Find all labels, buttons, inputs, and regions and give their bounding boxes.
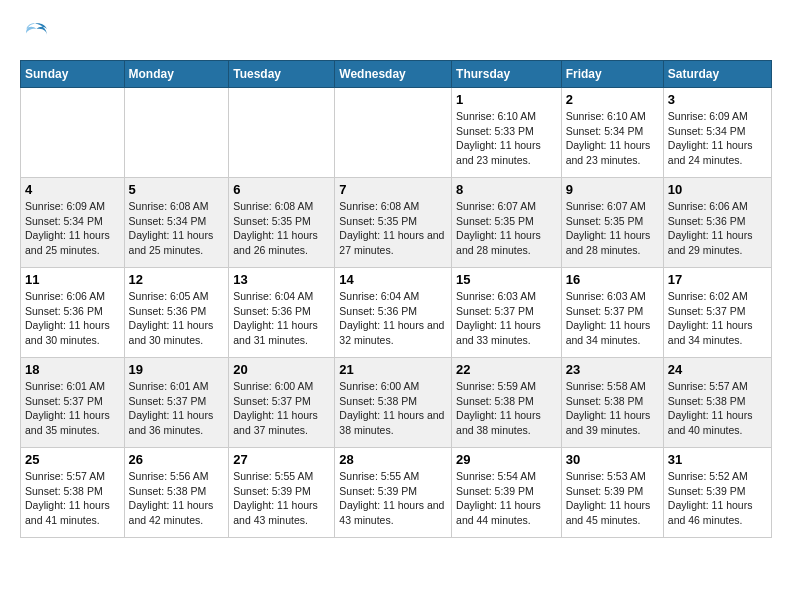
calendar-cell: 15Sunrise: 6:03 AM Sunset: 5:37 PM Dayli… <box>452 268 562 358</box>
calendar-cell: 25Sunrise: 5:57 AM Sunset: 5:38 PM Dayli… <box>21 448 125 538</box>
day-of-week-header: Friday <box>561 61 663 88</box>
day-info: Sunrise: 6:02 AM Sunset: 5:37 PM Dayligh… <box>668 289 767 348</box>
calendar-table: SundayMondayTuesdayWednesdayThursdayFrid… <box>20 60 772 538</box>
day-number: 28 <box>339 452 447 467</box>
day-info: Sunrise: 6:06 AM Sunset: 5:36 PM Dayligh… <box>668 199 767 258</box>
day-number: 1 <box>456 92 557 107</box>
day-number: 19 <box>129 362 225 377</box>
calendar-cell: 6Sunrise: 6:08 AM Sunset: 5:35 PM Daylig… <box>229 178 335 268</box>
day-info: Sunrise: 5:55 AM Sunset: 5:39 PM Dayligh… <box>339 469 447 528</box>
calendar-cell: 19Sunrise: 6:01 AM Sunset: 5:37 PM Dayli… <box>124 358 229 448</box>
day-info: Sunrise: 6:00 AM Sunset: 5:38 PM Dayligh… <box>339 379 447 438</box>
calendar-cell: 3Sunrise: 6:09 AM Sunset: 5:34 PM Daylig… <box>663 88 771 178</box>
calendar-week-row: 18Sunrise: 6:01 AM Sunset: 5:37 PM Dayli… <box>21 358 772 448</box>
day-info: Sunrise: 5:52 AM Sunset: 5:39 PM Dayligh… <box>668 469 767 528</box>
calendar-cell: 31Sunrise: 5:52 AM Sunset: 5:39 PM Dayli… <box>663 448 771 538</box>
calendar-cell: 7Sunrise: 6:08 AM Sunset: 5:35 PM Daylig… <box>335 178 452 268</box>
day-info: Sunrise: 5:57 AM Sunset: 5:38 PM Dayligh… <box>668 379 767 438</box>
day-info: Sunrise: 6:08 AM Sunset: 5:35 PM Dayligh… <box>339 199 447 258</box>
day-of-week-header: Monday <box>124 61 229 88</box>
day-number: 20 <box>233 362 330 377</box>
calendar-cell: 4Sunrise: 6:09 AM Sunset: 5:34 PM Daylig… <box>21 178 125 268</box>
day-number: 2 <box>566 92 659 107</box>
day-info: Sunrise: 6:05 AM Sunset: 5:36 PM Dayligh… <box>129 289 225 348</box>
day-number: 24 <box>668 362 767 377</box>
calendar-cell <box>124 88 229 178</box>
calendar-cell: 13Sunrise: 6:04 AM Sunset: 5:36 PM Dayli… <box>229 268 335 358</box>
logo-icon <box>20 20 50 50</box>
day-number: 8 <box>456 182 557 197</box>
day-number: 7 <box>339 182 447 197</box>
day-info: Sunrise: 5:57 AM Sunset: 5:38 PM Dayligh… <box>25 469 120 528</box>
day-info: Sunrise: 6:07 AM Sunset: 5:35 PM Dayligh… <box>456 199 557 258</box>
day-number: 25 <box>25 452 120 467</box>
calendar-cell: 22Sunrise: 5:59 AM Sunset: 5:38 PM Dayli… <box>452 358 562 448</box>
day-number: 23 <box>566 362 659 377</box>
calendar-header-row: SundayMondayTuesdayWednesdayThursdayFrid… <box>21 61 772 88</box>
day-info: Sunrise: 6:09 AM Sunset: 5:34 PM Dayligh… <box>25 199 120 258</box>
day-number: 11 <box>25 272 120 287</box>
day-info: Sunrise: 6:10 AM Sunset: 5:34 PM Dayligh… <box>566 109 659 168</box>
day-of-week-header: Thursday <box>452 61 562 88</box>
day-number: 17 <box>668 272 767 287</box>
day-number: 12 <box>129 272 225 287</box>
day-info: Sunrise: 6:07 AM Sunset: 5:35 PM Dayligh… <box>566 199 659 258</box>
day-of-week-header: Saturday <box>663 61 771 88</box>
day-info: Sunrise: 6:08 AM Sunset: 5:35 PM Dayligh… <box>233 199 330 258</box>
day-info: Sunrise: 6:03 AM Sunset: 5:37 PM Dayligh… <box>566 289 659 348</box>
calendar-cell: 20Sunrise: 6:00 AM Sunset: 5:37 PM Dayli… <box>229 358 335 448</box>
day-number: 14 <box>339 272 447 287</box>
calendar-week-row: 25Sunrise: 5:57 AM Sunset: 5:38 PM Dayli… <box>21 448 772 538</box>
day-number: 26 <box>129 452 225 467</box>
day-number: 16 <box>566 272 659 287</box>
day-of-week-header: Wednesday <box>335 61 452 88</box>
day-of-week-header: Tuesday <box>229 61 335 88</box>
day-number: 30 <box>566 452 659 467</box>
calendar-cell: 26Sunrise: 5:56 AM Sunset: 5:38 PM Dayli… <box>124 448 229 538</box>
calendar-cell <box>21 88 125 178</box>
day-number: 13 <box>233 272 330 287</box>
calendar-week-row: 11Sunrise: 6:06 AM Sunset: 5:36 PM Dayli… <box>21 268 772 358</box>
day-info: Sunrise: 6:04 AM Sunset: 5:36 PM Dayligh… <box>339 289 447 348</box>
calendar-cell: 27Sunrise: 5:55 AM Sunset: 5:39 PM Dayli… <box>229 448 335 538</box>
day-info: Sunrise: 6:06 AM Sunset: 5:36 PM Dayligh… <box>25 289 120 348</box>
calendar-cell: 18Sunrise: 6:01 AM Sunset: 5:37 PM Dayli… <box>21 358 125 448</box>
day-number: 6 <box>233 182 330 197</box>
calendar-cell: 8Sunrise: 6:07 AM Sunset: 5:35 PM Daylig… <box>452 178 562 268</box>
page-header <box>20 20 772 50</box>
day-number: 9 <box>566 182 659 197</box>
day-number: 5 <box>129 182 225 197</box>
day-info: Sunrise: 5:59 AM Sunset: 5:38 PM Dayligh… <box>456 379 557 438</box>
day-info: Sunrise: 5:58 AM Sunset: 5:38 PM Dayligh… <box>566 379 659 438</box>
day-number: 3 <box>668 92 767 107</box>
logo <box>20 20 56 50</box>
calendar-cell: 14Sunrise: 6:04 AM Sunset: 5:36 PM Dayli… <box>335 268 452 358</box>
day-info: Sunrise: 6:04 AM Sunset: 5:36 PM Dayligh… <box>233 289 330 348</box>
day-info: Sunrise: 5:56 AM Sunset: 5:38 PM Dayligh… <box>129 469 225 528</box>
calendar-cell: 2Sunrise: 6:10 AM Sunset: 5:34 PM Daylig… <box>561 88 663 178</box>
day-number: 4 <box>25 182 120 197</box>
day-number: 21 <box>339 362 447 377</box>
calendar-cell: 21Sunrise: 6:00 AM Sunset: 5:38 PM Dayli… <box>335 358 452 448</box>
day-number: 10 <box>668 182 767 197</box>
day-info: Sunrise: 6:01 AM Sunset: 5:37 PM Dayligh… <box>129 379 225 438</box>
day-info: Sunrise: 6:03 AM Sunset: 5:37 PM Dayligh… <box>456 289 557 348</box>
day-number: 22 <box>456 362 557 377</box>
calendar-cell: 1Sunrise: 6:10 AM Sunset: 5:33 PM Daylig… <box>452 88 562 178</box>
day-info: Sunrise: 5:53 AM Sunset: 5:39 PM Dayligh… <box>566 469 659 528</box>
calendar-cell <box>229 88 335 178</box>
calendar-cell: 5Sunrise: 6:08 AM Sunset: 5:34 PM Daylig… <box>124 178 229 268</box>
day-number: 31 <box>668 452 767 467</box>
calendar-cell: 12Sunrise: 6:05 AM Sunset: 5:36 PM Dayli… <box>124 268 229 358</box>
day-number: 18 <box>25 362 120 377</box>
day-info: Sunrise: 5:55 AM Sunset: 5:39 PM Dayligh… <box>233 469 330 528</box>
day-number: 27 <box>233 452 330 467</box>
calendar-cell: 17Sunrise: 6:02 AM Sunset: 5:37 PM Dayli… <box>663 268 771 358</box>
calendar-cell: 29Sunrise: 5:54 AM Sunset: 5:39 PM Dayli… <box>452 448 562 538</box>
calendar-cell: 30Sunrise: 5:53 AM Sunset: 5:39 PM Dayli… <box>561 448 663 538</box>
day-info: Sunrise: 5:54 AM Sunset: 5:39 PM Dayligh… <box>456 469 557 528</box>
calendar-cell: 10Sunrise: 6:06 AM Sunset: 5:36 PM Dayli… <box>663 178 771 268</box>
calendar-cell: 16Sunrise: 6:03 AM Sunset: 5:37 PM Dayli… <box>561 268 663 358</box>
calendar-cell <box>335 88 452 178</box>
calendar-cell: 24Sunrise: 5:57 AM Sunset: 5:38 PM Dayli… <box>663 358 771 448</box>
